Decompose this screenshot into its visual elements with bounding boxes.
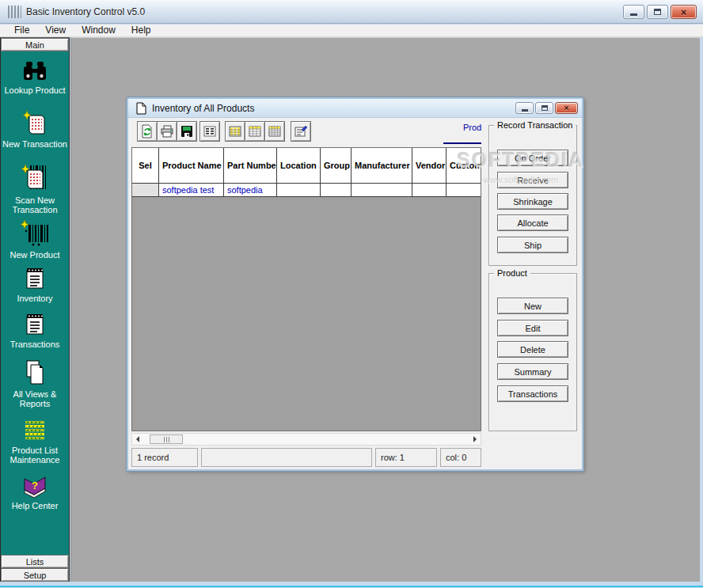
sidebar-item-inventory[interactable]: Inventory bbox=[1, 265, 69, 303]
sidebar-tab-main[interactable]: Main bbox=[1, 38, 69, 51]
title-bar: Basic Inventory Control v5.0 × bbox=[0, 0, 703, 24]
sidebar-item-new-product[interactable]: New Product bbox=[1, 218, 69, 260]
cell-custom[interactable] bbox=[446, 184, 481, 197]
sidebar-item-transactions[interactable]: Transactions bbox=[1, 311, 69, 349]
application-window: Basic Inventory Control v5.0 × File View… bbox=[0, 0, 703, 588]
cell-manufacturer[interactable] bbox=[352, 184, 412, 197]
menu-file[interactable]: File bbox=[6, 25, 37, 36]
cell-vendor[interactable] bbox=[412, 184, 446, 197]
inventory-window-titlebar[interactable]: Inventory of All Products × bbox=[128, 99, 582, 118]
sidebar-tab-setup[interactable]: Setup bbox=[1, 568, 69, 582]
sidebar-item-lookup-product[interactable]: Lookup Product bbox=[1, 59, 69, 95]
column-header-vendor[interactable]: Vendor bbox=[412, 148, 446, 184]
menu-view[interactable]: View bbox=[37, 25, 74, 36]
maximize-button[interactable] bbox=[647, 5, 668, 19]
binoculars-icon bbox=[21, 59, 48, 84]
grid-view-header-button[interactable] bbox=[245, 121, 265, 142]
grid-data-row[interactable]: softpedia test softpedia bbox=[132, 184, 481, 197]
documents-icon bbox=[21, 358, 49, 388]
menu-bar: File View Window Help bbox=[0, 25, 703, 37]
form-properties-button[interactable] bbox=[291, 121, 311, 142]
sidebar-item-label: Transactions bbox=[10, 340, 60, 349]
minimize-button[interactable] bbox=[623, 5, 644, 19]
delete-button[interactable]: Delete bbox=[497, 341, 568, 358]
sidebar-tab-lists[interactable]: Lists bbox=[1, 555, 69, 568]
scroll-right-button[interactable] bbox=[469, 434, 481, 445]
list-view-button[interactable] bbox=[200, 121, 220, 142]
cell-group[interactable] bbox=[321, 184, 352, 197]
form-edit-icon bbox=[294, 124, 308, 138]
print-button[interactable] bbox=[157, 121, 177, 142]
product-group: Product New Edit Delete Summary Transact… bbox=[488, 273, 577, 431]
child-close-button[interactable]: × bbox=[555, 102, 578, 114]
arrow-left-icon bbox=[133, 436, 139, 442]
save-button[interactable] bbox=[177, 121, 197, 142]
sidebar-item-new-transaction[interactable]: New Transaction bbox=[1, 109, 69, 149]
shrinkage-button[interactable]: Shrinkage bbox=[497, 193, 568, 210]
column-header-custom[interactable]: Custom bbox=[446, 148, 481, 184]
sidebar-item-all-views-reports[interactable]: All Views & Reports bbox=[1, 358, 69, 408]
sidebar-item-label: Product List Maintenance bbox=[10, 446, 60, 465]
grid-view-columns-button[interactable] bbox=[225, 121, 245, 142]
arrow-right-icon bbox=[473, 436, 480, 442]
scroll-left-button[interactable] bbox=[132, 434, 143, 445]
menu-window[interactable]: Window bbox=[74, 25, 124, 36]
status-col-indicator: col: 0 bbox=[440, 448, 481, 467]
sidebar: Main Lookup Product New Transaction bbox=[0, 37, 70, 582]
new-button[interactable]: New bbox=[497, 298, 568, 314]
notepad-icon bbox=[21, 311, 48, 338]
scrollbar-thumb[interactable] bbox=[150, 434, 183, 444]
allocate-button[interactable]: Allocate bbox=[497, 214, 568, 231]
cell-product-name[interactable]: softpedia test bbox=[159, 184, 224, 197]
grid-header-row: Sel Product Name Part Number Location Gr… bbox=[132, 148, 481, 184]
close-icon: × bbox=[681, 7, 687, 17]
child-minimize-button[interactable] bbox=[515, 102, 534, 114]
svg-text:?: ? bbox=[32, 480, 38, 491]
edit-button[interactable]: Edit bbox=[497, 320, 568, 336]
products-link[interactable]: Produ bbox=[463, 123, 482, 132]
transactions-button[interactable]: Transactions bbox=[497, 385, 568, 402]
column-header-manufacturer[interactable]: Manufacturer bbox=[352, 148, 412, 184]
cell-location[interactable] bbox=[277, 184, 321, 197]
barcode-icon bbox=[19, 218, 51, 248]
column-header-group[interactable]: Group bbox=[321, 148, 352, 184]
column-header-product-name[interactable]: Product Name bbox=[159, 148, 224, 184]
close-button[interactable]: × bbox=[671, 5, 697, 19]
grid-view-dense-button[interactable] bbox=[264, 121, 285, 142]
refresh-button[interactable] bbox=[137, 121, 158, 142]
sidebar-item-product-list-maintenance[interactable]: Product List Maintenance bbox=[1, 419, 69, 465]
sidebar-item-help-center[interactable]: ? Help Center bbox=[1, 472, 69, 510]
sidebar-item-label: Lookup Product bbox=[4, 85, 65, 95]
minimize-icon bbox=[522, 109, 528, 112]
inventory-window: Inventory of All Products × bbox=[127, 97, 583, 471]
column-header-sel[interactable]: Sel bbox=[132, 148, 159, 184]
striped-list-icon bbox=[21, 419, 48, 444]
sidebar-item-label: Inventory bbox=[17, 294, 52, 303]
inventory-window-controls: × bbox=[515, 102, 578, 114]
group-title: Product bbox=[494, 268, 530, 278]
record-transaction-group: Record Transaction On Order Receive Shri… bbox=[488, 125, 577, 266]
cell-part-number[interactable]: softpedia bbox=[224, 184, 277, 197]
status-record-count: 1 record bbox=[131, 448, 198, 467]
on-order-button[interactable]: On Order bbox=[497, 150, 568, 166]
cell-sel[interactable] bbox=[132, 184, 159, 197]
window-controls: × bbox=[623, 5, 697, 19]
notepad-icon bbox=[21, 265, 48, 292]
window-title: Basic Inventory Control v5.0 bbox=[26, 6, 145, 17]
column-header-part-number[interactable]: Part Number bbox=[224, 148, 277, 184]
sidebar-item-scan-new-transaction[interactable]: Scan New Transaction bbox=[1, 162, 69, 214]
status-message bbox=[201, 448, 372, 467]
receive-button[interactable]: Receive bbox=[497, 172, 568, 188]
horizontal-scrollbar[interactable] bbox=[131, 433, 481, 446]
menu-help[interactable]: Help bbox=[124, 25, 159, 36]
ship-button[interactable]: Ship bbox=[497, 237, 568, 253]
child-maximize-button[interactable] bbox=[535, 102, 553, 114]
close-icon: × bbox=[564, 104, 568, 112]
scan-receipt-icon bbox=[19, 162, 51, 194]
refresh-icon bbox=[140, 124, 154, 138]
grid-header-icon bbox=[248, 124, 262, 138]
summary-button[interactable]: Summary bbox=[497, 363, 568, 380]
column-header-location[interactable]: Location bbox=[277, 148, 321, 184]
save-icon bbox=[180, 124, 194, 138]
inventory-window-body: Produ Sel Product Name Part Number Locat… bbox=[128, 118, 582, 469]
